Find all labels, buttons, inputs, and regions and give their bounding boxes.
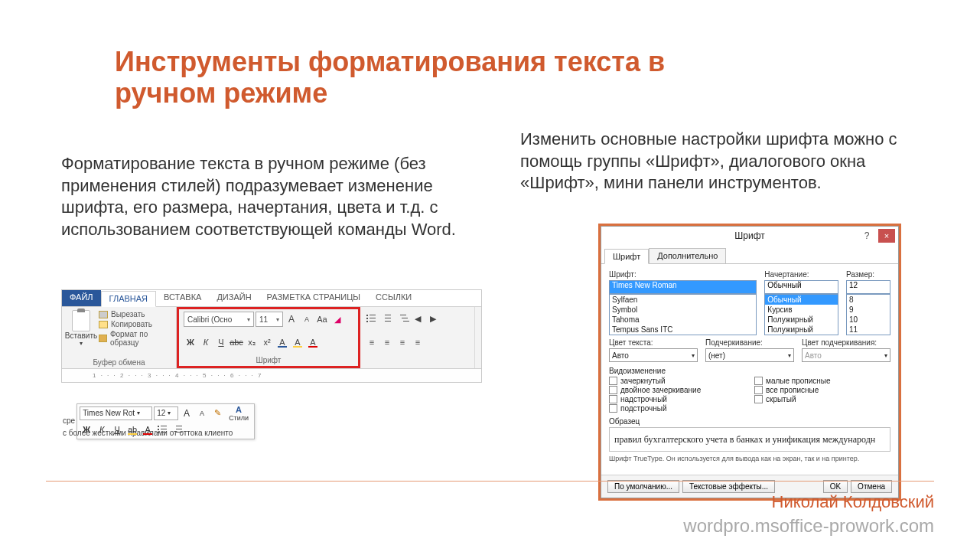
- frag-text: сре: [63, 416, 75, 426]
- highlight-button[interactable]: A: [291, 335, 304, 349]
- numbering-icon: [382, 314, 392, 323]
- paste-button[interactable]: Вставить ▾: [67, 310, 96, 347]
- font-label: Шрифт:: [609, 270, 757, 279]
- cancel-button[interactable]: Отмена: [851, 480, 892, 493]
- left-paragraph: Форматирование текста в ручном режиме (б…: [61, 153, 482, 240]
- truetype-note: Шрифт TrueType. Он используется для выво…: [609, 452, 890, 468]
- copy-button[interactable]: Копировать: [99, 320, 171, 328]
- ok-button[interactable]: OK: [823, 480, 848, 493]
- dialog-title: Шрифт: [734, 230, 764, 241]
- eraser-icon: ◢: [334, 315, 340, 325]
- bullets-button[interactable]: [365, 312, 379, 325]
- mini-toolbar-screenshot: сре Times New Rot▾ 12▾ A A ✎ A Стили Ж К…: [63, 413, 300, 438]
- text-effects-button[interactable]: Текстовые эффекты...: [682, 480, 775, 493]
- numbering-button[interactable]: [380, 312, 394, 325]
- underline-label: Подчеркивание:: [705, 338, 794, 347]
- ribbon-group-paragraph: ◀ ▶ ≡ ≡ ≡ ≡: [360, 307, 475, 368]
- format-painter-button[interactable]: Формат по образцу: [99, 330, 171, 347]
- underline-color-select[interactable]: Авто▾: [802, 348, 890, 362]
- brush-icon: ✎: [214, 408, 221, 418]
- dialog-tab-font[interactable]: Шрифт: [604, 249, 649, 264]
- slide-title: Инструменты форматирования текста в ручн…: [0, 0, 765, 109]
- author-name: Николай Колдовский: [772, 492, 934, 512]
- increase-indent-button[interactable]: ▶: [426, 312, 440, 325]
- tab-layout[interactable]: РАЗМЕТКА СТРАНИЦЫ: [259, 290, 368, 306]
- tab-home[interactable]: ГЛАВНАЯ: [101, 291, 156, 307]
- check-strikethrough[interactable]: зачеркнутый: [609, 377, 745, 385]
- bold-button[interactable]: Ж: [184, 335, 197, 349]
- author-site: wordpro.msoffice-prowork.com: [683, 515, 934, 537]
- preview-box: правил бухгалтерского учета в банках и у…: [609, 427, 890, 452]
- mini-font-color-button[interactable]: A: [141, 423, 155, 436]
- color-select[interactable]: Авто▾: [609, 348, 698, 362]
- font-list[interactable]: SylfaenSymbolTahomaTempus Sans ITCTimes …: [609, 294, 757, 335]
- align-right-button[interactable]: ≡: [396, 335, 409, 349]
- font-size-combo[interactable]: 11▾: [256, 312, 283, 327]
- dialog-tab-advanced[interactable]: Дополнительно: [649, 248, 726, 263]
- style-list[interactable]: ОбычныйКурсивПолужирныйПолужирный Курсив: [764, 294, 838, 335]
- scissors-icon: [99, 311, 108, 318]
- mini-increase-button[interactable]: A: [180, 406, 194, 420]
- color-label: Цвет текста:: [609, 338, 698, 347]
- paste-icon: [72, 310, 90, 331]
- clear-format-button[interactable]: ◢: [330, 312, 344, 326]
- align-center-button[interactable]: ≡: [380, 335, 394, 349]
- mini-format-painter-button[interactable]: ✎: [210, 406, 224, 420]
- tab-insert[interactable]: ВСТАВКА: [156, 290, 209, 306]
- increase-size-button[interactable]: A: [285, 312, 298, 326]
- font-color-button[interactable]: A: [306, 335, 320, 349]
- strike-button[interactable]: abc: [230, 335, 243, 349]
- bullets-icon: [158, 425, 168, 434]
- mini-decrease-button[interactable]: A: [195, 406, 209, 420]
- mini-highlight-button[interactable]: ab: [125, 423, 139, 436]
- tab-file[interactable]: ФАЙЛ: [62, 290, 101, 306]
- justify-button[interactable]: ≡: [411, 335, 425, 349]
- change-case-button[interactable]: Aa: [315, 312, 329, 326]
- multilevel-button[interactable]: [396, 312, 409, 325]
- tab-design[interactable]: ДИЗАЙН: [209, 290, 259, 306]
- font-dialog: Шрифт ? × Шрифт Дополнительно Шрифт: Tim…: [601, 226, 899, 498]
- decrease-size-button[interactable]: A: [300, 312, 314, 326]
- underline-button[interactable]: Ч: [214, 335, 228, 349]
- check-allcaps[interactable]: все прописные: [754, 386, 890, 394]
- size-list[interactable]: 89101112: [846, 294, 890, 335]
- ruler: 1 · · · 2 · · · 3 · · · 4 · · · 5 · · · …: [62, 368, 481, 382]
- check-subscript[interactable]: подстрочный: [609, 404, 745, 413]
- paste-label: Вставить: [65, 331, 97, 340]
- align-left-button[interactable]: ≡: [365, 335, 379, 349]
- check-superscript[interactable]: надстрочный: [609, 395, 745, 403]
- mini-styles-button[interactable]: A Стили: [226, 405, 252, 422]
- styles-icon: A: [236, 405, 242, 414]
- font-name-combo[interactable]: Calibri (Осно▾: [184, 312, 254, 327]
- check-smallcaps[interactable]: малые прописные: [754, 377, 890, 385]
- mini-size-combo[interactable]: 12▾: [154, 406, 178, 420]
- italic-button[interactable]: К: [199, 335, 213, 349]
- ribbon-group-font: Calibri (Осно▾ 11▾ A A Aa ◢ Ж К Ч abc x₂…: [177, 307, 360, 368]
- superscript-button[interactable]: x²: [260, 335, 274, 349]
- mini-font-combo[interactable]: Times New Rot▾: [80, 406, 152, 420]
- cut-button[interactable]: Вырезать: [99, 310, 171, 318]
- check-double-strike[interactable]: двойное зачеркивание: [609, 386, 745, 394]
- font-group-label: Шрифт: [184, 354, 353, 364]
- check-hidden[interactable]: скрытый: [754, 395, 890, 403]
- dialog-help-button[interactable]: ?: [858, 230, 875, 241]
- font-input[interactable]: Times New Roman: [609, 280, 757, 294]
- subscript-button[interactable]: x₂: [245, 335, 259, 349]
- dialog-close-button[interactable]: ×: [878, 229, 895, 243]
- multilevel-icon: [397, 314, 408, 323]
- numbering-icon: [173, 425, 184, 434]
- underline-select[interactable]: (нет)▾: [705, 348, 794, 362]
- default-button[interactable]: По умолчанию...: [607, 480, 679, 493]
- tab-references[interactable]: ССЫЛКИ: [368, 290, 419, 306]
- underline-color-label: Цвет подчеркивания:: [802, 338, 890, 347]
- style-input[interactable]: Обычный: [764, 280, 838, 294]
- bullets-icon: [366, 314, 377, 323]
- decrease-indent-button[interactable]: ◀: [411, 312, 425, 325]
- effects-label: Видоизменение: [609, 367, 890, 375]
- ribbon-group-clipboard: Вставить ▾ Вырезать Копировать Формат по…: [62, 307, 177, 368]
- size-input[interactable]: 12: [846, 280, 890, 294]
- footer-divider: [46, 481, 934, 482]
- clipboard-group-label: Буфер обмена: [67, 357, 171, 367]
- brush-icon: [99, 335, 107, 342]
- text-effects-button[interactable]: A: [275, 335, 289, 349]
